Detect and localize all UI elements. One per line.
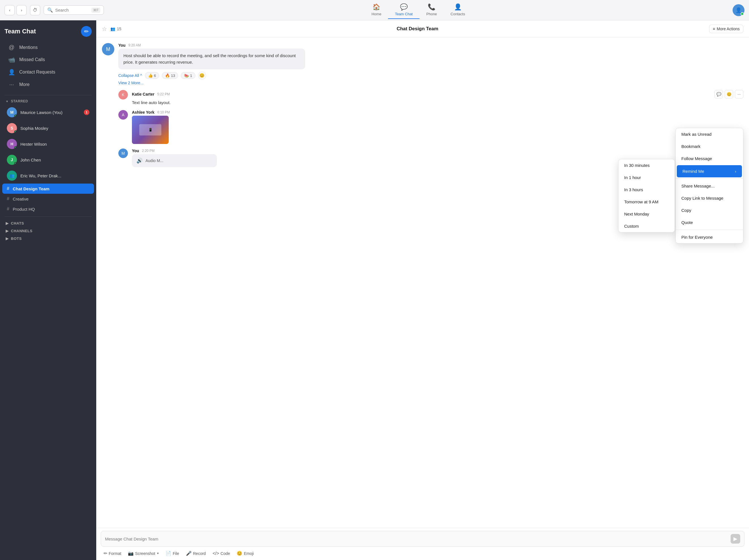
menu-item-copy-link[interactable]: Copy Link to Message	[676, 192, 743, 204]
submenu-item-next-monday[interactable]: Next Monday	[619, 208, 675, 220]
search-bar[interactable]: 🔍 ⌘F	[44, 5, 104, 15]
star-button[interactable]: ☆	[102, 25, 107, 32]
nav-arrows: ‹ ›	[4, 5, 27, 15]
contact-name-john: John Chen	[20, 158, 89, 162]
starred-section-header[interactable]: ▼ STARRED	[0, 97, 96, 104]
history-button[interactable]: ⏱	[30, 5, 40, 15]
contact-item-john[interactable]: J John Chen	[2, 152, 94, 168]
tab-contacts[interactable]: 👤 Contacts	[444, 1, 472, 19]
tab-phone[interactable]: 📞 Phone	[420, 1, 444, 19]
reaction-thumbsup[interactable]: 👍 6	[145, 72, 159, 79]
tab-home[interactable]: 🏠 Home	[365, 1, 388, 19]
screenshot-label: Screenshot	[135, 551, 155, 556]
chats-label: CHATS	[11, 221, 24, 225]
message-meta-katie: Katie Carter 5:22 PM 💬 😊 ···	[132, 90, 743, 98]
reply-button-katie[interactable]: 💬	[714, 90, 723, 98]
menu-item-bookmark[interactable]: Bookmark	[676, 140, 743, 153]
submenu-item-custom[interactable]: Custom	[619, 220, 675, 232]
message-time-katie: 5:22 PM	[157, 92, 170, 96]
emoji-button[interactable]: 😊 Emoji	[234, 549, 256, 558]
react-button-katie[interactable]: 😊	[725, 90, 733, 98]
chevron-up-icon: ^	[140, 73, 142, 78]
channel-item-creative[interactable]: # Creative	[2, 194, 94, 204]
remind-me-label: Remind Me	[683, 169, 704, 174]
message-body-1: You 9:20 AM Host should be able to recor…	[118, 43, 743, 85]
message-actions-katie: 💬 😊 ···	[714, 90, 743, 98]
format-button[interactable]: ✏ Format	[101, 549, 124, 558]
channels-section[interactable]: ▶ CHANNELS	[0, 227, 96, 234]
message-input[interactable]	[105, 537, 731, 541]
screenshot-button[interactable]: 📷 Screenshot ▾	[125, 549, 162, 558]
new-chat-button[interactable]: ✏	[81, 26, 92, 37]
message-time-ashlee: 6:10 PM	[157, 110, 170, 114]
sidebar-header: Team Chat ✏	[0, 20, 96, 40]
contact-item-sophia[interactable]: S Sophia Mosley	[2, 120, 94, 136]
menu-item-follow-message[interactable]: Follow Message	[676, 153, 743, 164]
back-button[interactable]: ‹	[4, 5, 15, 15]
contact-item-maurice[interactable]: M Maurice Lawson (You) 1	[2, 104, 94, 120]
submenu-item-tomorrow[interactable]: Tomorrow at 9 AM	[619, 196, 675, 208]
avatar-eric-peter: 👥	[7, 171, 17, 181]
submenu-item-30min[interactable]: In 30 minutes	[619, 159, 675, 172]
file-button[interactable]: 📄 File	[163, 549, 182, 558]
record-label: Record	[193, 551, 206, 556]
message-meta-ashlee: Ashlee York 6:10 PM	[132, 110, 743, 115]
contact-item-eric-peter[interactable]: 👥 Eric Wu, Peter Drak...	[2, 168, 94, 183]
thread-ashlee: A Ashlee York 6:10 PM 📱	[118, 110, 743, 144]
chat-header: ☆ 👥 15 Chat Design Team ≡ More Actions	[96, 20, 749, 37]
avatar-maurice: M	[7, 107, 17, 117]
more-actions-icon: ≡	[713, 27, 715, 31]
channel-item-chat-design[interactable]: # Chat Design Team	[2, 183, 94, 194]
avatar-ashlee: A	[118, 110, 128, 120]
menu-item-share-message[interactable]: Share Message...	[676, 180, 743, 192]
nav-tabs: 🏠 Home 💬 Team Chat 📞 Phone 👤 Contacts	[365, 1, 472, 19]
collapse-all-button[interactable]: Collapse All ^	[118, 73, 142, 78]
view-more-button[interactable]: View 2 More...	[118, 81, 144, 85]
menu-item-mark-unread[interactable]: Mark as Unread	[676, 128, 743, 140]
more-actions-button[interactable]: ≡ More Actions	[709, 25, 743, 33]
add-reaction-button[interactable]: 😊	[198, 71, 206, 80]
menu-item-quote[interactable]: Quote	[676, 216, 743, 228]
message-sender-katie: Katie Carter	[132, 92, 154, 96]
contact-item-hester[interactable]: H Hester Wilson	[2, 136, 94, 152]
user-avatar-container[interactable]: 👤	[733, 4, 745, 16]
message-group-katie: K Katie Carter 5:22 PM 💬 😊 ··· T	[118, 90, 743, 106]
submenu-item-3hours[interactable]: In 3 hours	[619, 183, 675, 196]
sidebar-item-mentions[interactable]: @ Mentions	[2, 41, 94, 53]
emoji-label: Emoji	[244, 551, 254, 556]
record-button[interactable]: 🎤 Record	[183, 549, 209, 558]
message-group-ashlee: A Ashlee York 6:10 PM 📱	[118, 110, 743, 144]
menu-item-pin-everyone[interactable]: Pin for Everyone	[676, 231, 743, 243]
sidebar-divider	[4, 95, 92, 95]
contact-name-sophia: Sophia Mosley	[20, 126, 89, 131]
starred-arrow-icon: ▼	[6, 100, 8, 103]
chat-title: Chat Design Team	[126, 26, 709, 32]
bots-section[interactable]: ▶ BOTS	[0, 234, 96, 242]
reaction-count-fire: 13	[171, 73, 175, 78]
message-sender-1: You	[118, 43, 125, 47]
code-button[interactable]: </> Code	[210, 549, 233, 558]
chats-section[interactable]: ▶ CHATS	[0, 219, 96, 227]
reaction-watermelon[interactable]: 🍉 1	[181, 72, 195, 79]
menu-item-copy[interactable]: Copy	[676, 204, 743, 216]
sidebar-item-missed-calls[interactable]: 📹 Missed Calls	[2, 53, 94, 66]
message-group-1: M You 9:20 AM Host should be able to rec…	[102, 43, 743, 85]
menu-item-remind-me[interactable]: Remind Me ›	[677, 165, 742, 177]
avatar-you-audio: M	[118, 149, 128, 158]
contact-requests-icon: 👤	[8, 69, 15, 75]
sidebar-item-contact-requests[interactable]: 👤 Contact Requests	[2, 66, 94, 79]
reaction-count-watermelon: 1	[190, 73, 192, 78]
search-input[interactable]	[55, 8, 89, 13]
reaction-fire[interactable]: 🔥 13	[162, 72, 178, 79]
submenu-item-1hour[interactable]: In 1 hour	[619, 172, 675, 183]
sidebar-item-more[interactable]: ··· More	[2, 79, 94, 90]
tab-teamchat[interactable]: 💬 Team Chat	[388, 1, 420, 19]
channel-item-product-hq[interactable]: # Product HQ	[2, 204, 94, 214]
forward-button[interactable]: ›	[16, 5, 27, 15]
members-count: 👥 15	[110, 27, 122, 31]
message-avatar-you: M	[102, 43, 114, 55]
send-button[interactable]: ▶	[731, 534, 740, 544]
message-time-you-audio: 2:20 PM	[142, 149, 154, 153]
more-button-katie[interactable]: ···	[735, 90, 743, 98]
audio-message[interactable]: 🔊 Audio M...	[132, 154, 217, 167]
